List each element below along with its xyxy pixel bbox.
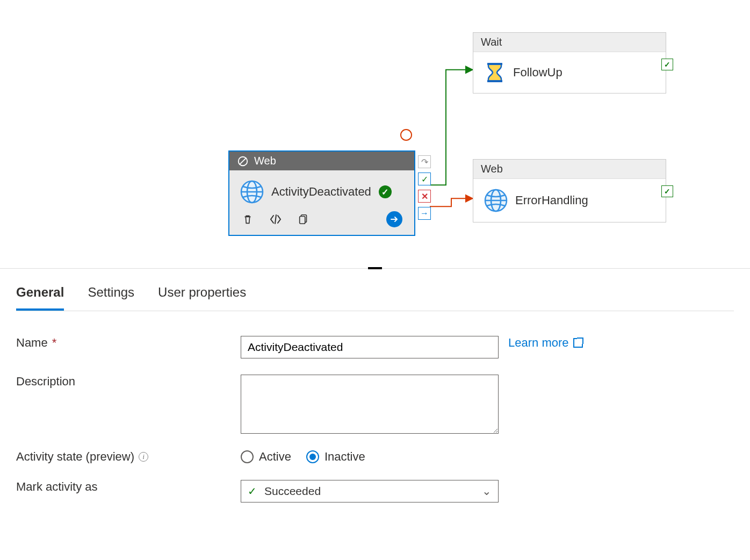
- svg-line-1: [240, 157, 247, 164]
- pipeline-canvas[interactable]: ↷ ✓ ✕ → Web ActivityDeactivated ✓: [0, 0, 750, 269]
- external-link-icon: [573, 338, 583, 348]
- info-icon[interactable]: i: [139, 452, 148, 462]
- tab-general[interactable]: General: [16, 277, 64, 311]
- description-input[interactable]: [241, 375, 499, 434]
- success-connector-badge[interactable]: ✓: [661, 59, 673, 70]
- description-label: Description: [16, 375, 231, 389]
- followup-node[interactable]: Wait FollowUp ✓: [473, 32, 666, 94]
- learn-more-link[interactable]: Learn more: [508, 336, 734, 350]
- split-handle[interactable]: [368, 267, 382, 269]
- mark-activity-as-select[interactable]: ✓ Succeeded ⌄: [241, 480, 499, 502]
- svg-rect-8: [487, 80, 502, 82]
- success-connector-badge[interactable]: ✓: [418, 173, 431, 185]
- code-icon[interactable]: [269, 213, 282, 226]
- name-input[interactable]: [241, 336, 499, 358]
- success-connector-badge[interactable]: ✓: [661, 185, 673, 197]
- svg-rect-7: [487, 63, 502, 65]
- delete-icon[interactable]: [241, 213, 254, 226]
- run-icon[interactable]: [386, 211, 402, 227]
- node-type-label: Wait: [481, 36, 502, 48]
- tab-user-properties[interactable]: User properties: [158, 277, 246, 311]
- activity-state-label: Activity state (preview) i: [16, 450, 231, 464]
- copy-icon[interactable]: [297, 213, 310, 226]
- radio-inactive[interactable]: Inactive: [306, 450, 365, 464]
- activity-deactivated-node[interactable]: Web ActivityDeactivated ✓: [228, 150, 415, 236]
- node-type-label: Web: [254, 155, 276, 167]
- globe-icon: [240, 180, 264, 204]
- deactivated-icon: [237, 155, 249, 167]
- activity-state-group: Active Inactive: [241, 450, 499, 464]
- errorhandling-node[interactable]: Web ErrorHandling ✓: [473, 159, 666, 222]
- redo-badge[interactable]: ↷: [418, 155, 431, 168]
- node-name: ErrorHandling: [515, 193, 588, 207]
- name-label: Name*: [16, 336, 231, 350]
- tab-settings[interactable]: Settings: [88, 277, 134, 311]
- check-icon: ✓: [248, 485, 257, 498]
- failure-connector-badge[interactable]: ✕: [418, 190, 431, 203]
- node-name: FollowUp: [513, 66, 562, 80]
- svg-rect-6: [300, 217, 305, 224]
- mark-activity-as-label: Mark activity as: [16, 480, 231, 494]
- hourglass-icon: [484, 62, 506, 83]
- status-success-icon: ✓: [379, 185, 392, 198]
- skip-connector-badge[interactable]: →: [418, 207, 431, 220]
- chevron-down-icon: ⌄: [482, 485, 492, 498]
- globe-icon: [484, 189, 508, 212]
- node-name: ActivityDeactivated: [271, 185, 371, 199]
- node-type-label: Web: [481, 163, 503, 175]
- radio-active[interactable]: Active: [241, 450, 291, 464]
- properties-panel: General Settings User properties Name* L…: [0, 277, 750, 524]
- breakpoint-marker[interactable]: [400, 129, 412, 141]
- tabs: General Settings User properties: [16, 277, 734, 311]
